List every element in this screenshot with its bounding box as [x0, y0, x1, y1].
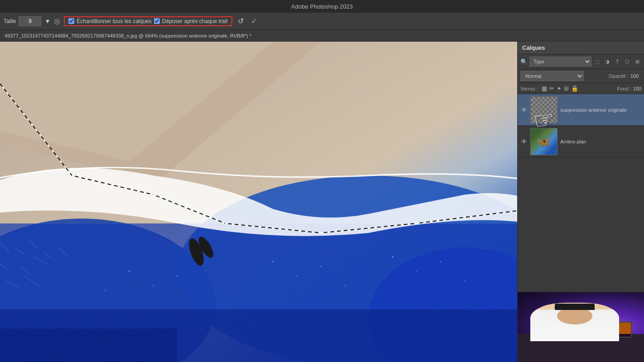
svg-rect-44	[0, 329, 177, 362]
blend-mode-dropdown[interactable]: Normal Produit Écran Superposition	[520, 71, 584, 81]
sample-all-layers-label: Échantillonner tous les calques	[77, 18, 151, 24]
svg-point-29	[186, 237, 207, 267]
svg-point-39	[392, 256, 394, 257]
fond-value[interactable]: 100	[633, 86, 641, 91]
layer-visibility-toggle[interactable]: 👁	[520, 138, 528, 145]
svg-line-11	[0, 262, 7, 269]
layer-name: suppression antenne originale	[560, 107, 641, 113]
svg-rect-0	[0, 42, 517, 362]
webcam-person	[518, 292, 644, 362]
svg-line-9	[29, 240, 38, 250]
svg-line-28	[417, 209, 517, 224]
svg-line-18	[72, 176, 154, 195]
svg-point-35	[272, 261, 274, 262]
svg-line-10	[43, 252, 53, 259]
lock-artboard-icon[interactable]: ⊞	[564, 85, 569, 92]
svg-line-8	[14, 247, 24, 254]
layer-thumbnail	[530, 96, 557, 124]
svg-point-3	[0, 219, 216, 362]
svg-line-19	[154, 195, 226, 223]
shape-filter-icon[interactable]: ⬡	[623, 57, 631, 66]
confirm-button[interactable]: ✓	[249, 16, 259, 26]
deposit-each-stroke-checkbox[interactable]	[154, 18, 160, 24]
search-icon: 🔍	[520, 58, 528, 65]
svg-line-17	[0, 66, 72, 176]
svg-point-37	[320, 266, 322, 267]
app-title: Adobe Photoshop 2023	[291, 3, 353, 10]
svg-line-13	[34, 257, 48, 264]
lock-label: Verrou :	[520, 86, 538, 91]
svg-line-22	[417, 209, 517, 224]
layers-filter-icons: ⬚ ◑ T ⬡ ⊞	[593, 57, 641, 66]
main-area: Calques 🔍 Type Pixels Réglage ⬚ ◑ T ⬡ ⊞	[0, 42, 644, 362]
size-input[interactable]	[19, 16, 41, 26]
fond-label: Fond :	[617, 86, 631, 91]
webcam-area	[518, 292, 644, 362]
svg-line-23	[0, 66, 72, 176]
svg-line-24	[72, 176, 154, 195]
svg-point-34	[105, 289, 106, 291]
pixel-filter-icon[interactable]: ⬚	[593, 57, 601, 66]
svg-point-38	[344, 285, 346, 286]
undo-icon: ↺	[238, 17, 244, 25]
opacity-value[interactable]: 100	[630, 73, 641, 79]
document-title: 49377_10231477437144984_7502682176987448…	[5, 33, 251, 38]
sample-all-layers-checkbox[interactable]	[68, 18, 74, 24]
layer-item[interactable]: 👁 🦋 Arrière-plan	[518, 126, 644, 157]
adjustment-filter-icon[interactable]: ◑	[603, 57, 611, 66]
layer-thumbnail: 🦋	[530, 128, 557, 155]
svg-point-4	[177, 176, 517, 362]
layers-title: Calques	[522, 44, 545, 51]
layers-panel: Calques 🔍 Type Pixels Réglage ⬚ ◑ T ⬡ ⊞	[518, 42, 644, 292]
svg-line-12	[19, 267, 31, 275]
right-panel: Calques 🔍 Type Pixels Réglage ⬚ ◑ T ⬡ ⊞	[517, 42, 644, 362]
webcam-head	[557, 307, 592, 324]
svg-rect-43	[0, 310, 517, 362]
lock-all-icon[interactable]: 🔒	[571, 85, 578, 92]
size-label: Taille	[4, 18, 16, 24]
svg-line-14	[58, 247, 69, 257]
webcam-figure	[530, 303, 619, 341]
svg-line-26	[225, 224, 321, 233]
webcam-content	[518, 292, 644, 362]
svg-rect-6	[0, 224, 517, 362]
svg-point-42	[463, 280, 465, 281]
canvas-image	[0, 42, 517, 362]
svg-point-30	[196, 234, 216, 260]
confirm-icon: ✓	[251, 17, 257, 25]
svg-point-36	[296, 275, 298, 276]
document-titlebar: 49377_10231477437144984_7502682176987448…	[0, 30, 644, 42]
layer-item[interactable]: 👁 suppression antenne originale	[518, 94, 644, 126]
lock-paint-icon[interactable]: ✏	[549, 85, 554, 92]
svg-line-16	[24, 276, 38, 286]
lock-move-icon[interactable]: ✦	[557, 85, 562, 92]
canvas-area[interactable]	[0, 42, 517, 362]
lock-row: Verrou : ▩ ✏ ✦ ⊞ 🔒 Fond : 100	[518, 83, 644, 94]
smart-filter-icon[interactable]: ⊞	[633, 57, 641, 66]
title-bar: Adobe Photoshop 2023	[0, 0, 644, 13]
svg-point-40	[416, 271, 417, 272]
svg-line-20	[225, 224, 321, 233]
svg-point-32	[153, 285, 154, 286]
layer-name: Arrière-plan	[560, 139, 641, 144]
text-filter-icon[interactable]: T	[613, 57, 621, 66]
size-group: Taille ▾ ◎	[4, 16, 60, 26]
svg-point-31	[129, 270, 130, 272]
layers-panel-header: Calques	[518, 42, 644, 54]
webcam-hat	[555, 304, 595, 310]
target-icon: ◎	[54, 17, 60, 25]
svg-point-41	[439, 261, 441, 262]
svg-line-7	[0, 243, 10, 252]
size-dropdown-btn[interactable]: ▾	[44, 16, 51, 26]
toolbar: Taille ▾ ◎ Échantillonner tous les calqu…	[0, 13, 644, 30]
svg-line-21	[321, 224, 416, 233]
opacity-label: Opacité :	[609, 73, 629, 79]
svg-line-27	[321, 224, 416, 233]
deposit-each-stroke-label: Déposer après chaque trait	[162, 18, 228, 24]
undo-button[interactable]: ↺	[236, 16, 245, 26]
layers-type-dropdown[interactable]: Type Pixels Réglage	[529, 57, 591, 67]
opacity-row: Opacité : 100	[609, 73, 641, 79]
layers-search-row: 🔍 Type Pixels Réglage ⬚ ◑ T ⬡ ⊞	[518, 54, 644, 69]
lock-transparent-icon[interactable]: ▩	[542, 85, 547, 92]
layer-visibility-toggle[interactable]: 👁	[520, 106, 528, 114]
